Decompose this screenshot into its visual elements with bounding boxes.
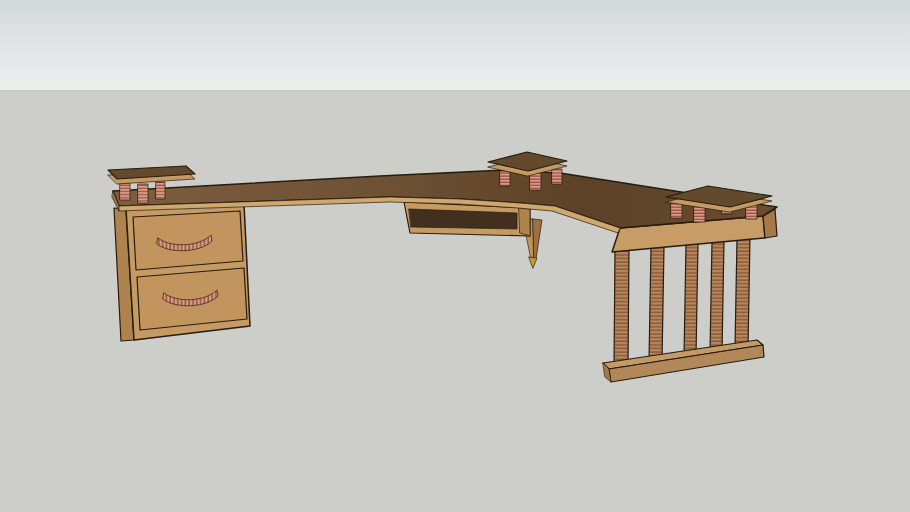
right-riser-leg-2 — [694, 206, 705, 222]
turned-column-3 — [684, 243, 698, 357]
left-riser-leg-1 — [120, 183, 130, 200]
left-riser-leg-3 — [156, 182, 165, 199]
turned-column-4 — [710, 240, 724, 353]
upper-drawer-front — [133, 211, 243, 270]
center-leg-brass-tip — [529, 257, 537, 268]
turned-column-1 — [614, 249, 629, 367]
model-viewport[interactable] — [0, 0, 910, 512]
center-leg-dark-face — [533, 219, 542, 259]
desk-model — [0, 0, 910, 512]
left-riser-leg-2 — [138, 184, 148, 203]
center-riser-leg-1 — [500, 171, 510, 186]
center-riser-leg-3 — [552, 169, 562, 184]
center-riser-leg-2 — [530, 173, 541, 190]
lower-drawer-front — [137, 268, 247, 330]
drawer-pedestal — [114, 204, 250, 341]
column-side-assembly — [603, 209, 777, 382]
keyboard-shelf-right-face — [519, 208, 530, 236]
turned-column-2 — [649, 246, 664, 362]
turned-column-5 — [735, 237, 750, 349]
right-riser-leg-1 — [671, 203, 682, 218]
